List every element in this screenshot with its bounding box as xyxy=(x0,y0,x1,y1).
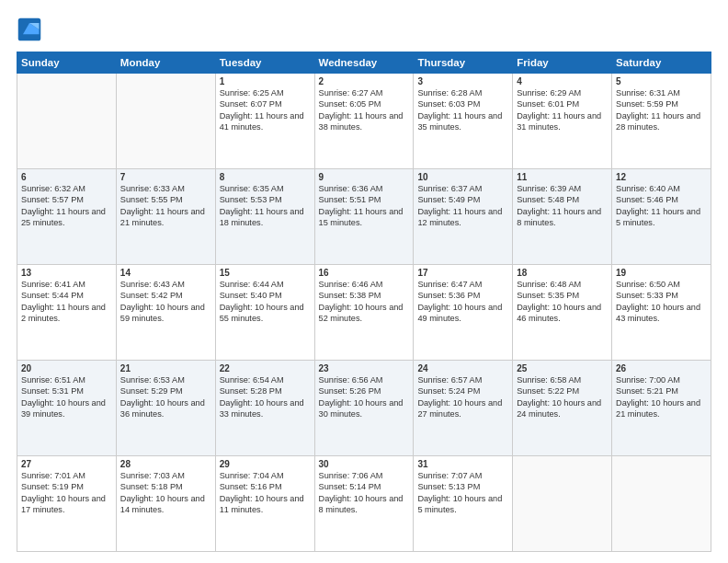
day-number: 2 xyxy=(319,76,410,86)
day-number: 18 xyxy=(517,268,608,278)
day-number: 14 xyxy=(120,268,211,278)
day-info: Sunrise: 6:32 AMSunset: 5:57 PMDaylight:… xyxy=(21,183,112,229)
calendar-cell: 16Sunrise: 6:46 AMSunset: 5:38 PMDayligh… xyxy=(314,265,414,361)
day-info: Sunrise: 7:03 AMSunset: 5:18 PMDaylight:… xyxy=(120,470,211,516)
day-info: Sunrise: 7:01 AMSunset: 5:19 PMDaylight:… xyxy=(21,470,112,516)
calendar-cell: 20Sunrise: 6:51 AMSunset: 5:31 PMDayligh… xyxy=(17,361,117,456)
day-info: Sunrise: 6:56 AMSunset: 5:26 PMDaylight:… xyxy=(319,374,410,420)
day-info: Sunrise: 6:53 AMSunset: 5:29 PMDaylight:… xyxy=(120,374,211,420)
day-info: Sunrise: 6:31 AMSunset: 5:59 PMDaylight:… xyxy=(616,87,707,133)
day-info: Sunrise: 6:46 AMSunset: 5:38 PMDaylight:… xyxy=(319,279,410,325)
week-row-1: 1Sunrise: 6:25 AMSunset: 6:07 PMDaylight… xyxy=(17,74,711,169)
day-number: 5 xyxy=(616,76,707,86)
day-info: Sunrise: 7:06 AMSunset: 5:14 PMDaylight:… xyxy=(319,470,410,516)
day-info: Sunrise: 7:04 AMSunset: 5:16 PMDaylight:… xyxy=(220,470,311,516)
day-number: 20 xyxy=(21,363,112,373)
calendar-cell: 30Sunrise: 7:06 AMSunset: 5:14 PMDayligh… xyxy=(314,456,414,552)
calendar-cell: 22Sunrise: 6:54 AMSunset: 5:28 PMDayligh… xyxy=(215,361,314,456)
day-number: 21 xyxy=(120,363,211,373)
calendar-cell: 5Sunrise: 6:31 AMSunset: 5:59 PMDaylight… xyxy=(612,74,711,169)
day-number: 1 xyxy=(220,76,311,86)
weekday-thursday: Thursday xyxy=(414,52,513,74)
calendar-cell: 3Sunrise: 6:28 AMSunset: 6:03 PMDaylight… xyxy=(414,74,513,169)
day-number: 15 xyxy=(220,268,311,278)
calendar-cell: 23Sunrise: 6:56 AMSunset: 5:26 PMDayligh… xyxy=(314,361,414,456)
day-info: Sunrise: 6:35 AMSunset: 5:53 PMDaylight:… xyxy=(220,183,311,229)
day-number: 19 xyxy=(616,268,707,278)
day-number: 27 xyxy=(21,459,112,469)
page: SundayMondayTuesdayWednesdayThursdayFrid… xyxy=(0,0,728,563)
day-info: Sunrise: 6:28 AMSunset: 6:03 PMDaylight:… xyxy=(417,87,508,133)
week-row-2: 6Sunrise: 6:32 AMSunset: 5:57 PMDaylight… xyxy=(17,169,711,265)
calendar-cell: 15Sunrise: 6:44 AMSunset: 5:40 PMDayligh… xyxy=(215,265,314,361)
day-info: Sunrise: 7:07 AMSunset: 5:13 PMDaylight:… xyxy=(417,470,508,516)
day-info: Sunrise: 6:41 AMSunset: 5:44 PMDaylight:… xyxy=(21,279,112,325)
day-number: 28 xyxy=(120,459,211,469)
weekday-tuesday: Tuesday xyxy=(215,52,314,74)
calendar-cell: 26Sunrise: 7:00 AMSunset: 5:21 PMDayligh… xyxy=(612,361,711,456)
day-info: Sunrise: 6:50 AMSunset: 5:33 PMDaylight:… xyxy=(616,279,707,325)
week-row-3: 13Sunrise: 6:41 AMSunset: 5:44 PMDayligh… xyxy=(17,265,711,361)
day-info: Sunrise: 6:25 AMSunset: 6:07 PMDaylight:… xyxy=(220,87,311,133)
weekday-wednesday: Wednesday xyxy=(314,52,414,74)
calendar-cell: 9Sunrise: 6:36 AMSunset: 5:51 PMDaylight… xyxy=(314,169,414,265)
day-info: Sunrise: 6:29 AMSunset: 6:01 PMDaylight:… xyxy=(517,87,608,133)
day-number: 25 xyxy=(517,363,608,373)
calendar-cell: 18Sunrise: 6:48 AMSunset: 5:35 PMDayligh… xyxy=(513,265,612,361)
logo-icon xyxy=(17,17,42,42)
day-info: Sunrise: 6:57 AMSunset: 5:24 PMDaylight:… xyxy=(417,374,508,420)
day-info: Sunrise: 6:48 AMSunset: 5:35 PMDaylight:… xyxy=(517,279,608,325)
day-number: 8 xyxy=(220,172,311,182)
calendar-table: SundayMondayTuesdayWednesdayThursdayFrid… xyxy=(17,52,711,552)
calendar-cell: 13Sunrise: 6:41 AMSunset: 5:44 PMDayligh… xyxy=(17,265,117,361)
day-number: 24 xyxy=(417,363,508,373)
weekday-friday: Friday xyxy=(513,52,612,74)
day-info: Sunrise: 6:39 AMSunset: 5:48 PMDaylight:… xyxy=(517,183,608,229)
day-info: Sunrise: 6:33 AMSunset: 5:55 PMDaylight:… xyxy=(120,183,211,229)
day-number: 31 xyxy=(417,459,508,469)
calendar-cell: 6Sunrise: 6:32 AMSunset: 5:57 PMDaylight… xyxy=(17,169,117,265)
day-info: Sunrise: 6:27 AMSunset: 6:05 PMDaylight:… xyxy=(319,87,410,133)
day-number: 13 xyxy=(21,268,112,278)
calendar-cell: 25Sunrise: 6:58 AMSunset: 5:22 PMDayligh… xyxy=(513,361,612,456)
weekday-monday: Monday xyxy=(116,52,215,74)
day-info: Sunrise: 6:43 AMSunset: 5:42 PMDaylight:… xyxy=(120,279,211,325)
calendar-cell xyxy=(612,456,711,552)
day-number: 26 xyxy=(616,363,707,373)
day-number: 7 xyxy=(120,172,211,182)
day-number: 16 xyxy=(319,268,410,278)
calendar-cell: 10Sunrise: 6:37 AMSunset: 5:49 PMDayligh… xyxy=(414,169,513,265)
logo xyxy=(17,17,46,42)
calendar-cell: 28Sunrise: 7:03 AMSunset: 5:18 PMDayligh… xyxy=(116,456,215,552)
week-row-4: 20Sunrise: 6:51 AMSunset: 5:31 PMDayligh… xyxy=(17,361,711,456)
calendar-cell: 4Sunrise: 6:29 AMSunset: 6:01 PMDaylight… xyxy=(513,74,612,169)
day-info: Sunrise: 6:47 AMSunset: 5:36 PMDaylight:… xyxy=(417,279,508,325)
weekday-sunday: Sunday xyxy=(17,52,117,74)
day-number: 4 xyxy=(517,76,608,86)
day-info: Sunrise: 6:37 AMSunset: 5:49 PMDaylight:… xyxy=(417,183,508,229)
calendar-cell xyxy=(116,74,215,169)
week-row-5: 27Sunrise: 7:01 AMSunset: 5:19 PMDayligh… xyxy=(17,456,711,552)
day-number: 30 xyxy=(319,459,410,469)
day-number: 9 xyxy=(319,172,410,182)
calendar-cell: 19Sunrise: 6:50 AMSunset: 5:33 PMDayligh… xyxy=(612,265,711,361)
day-number: 6 xyxy=(21,172,112,182)
day-info: Sunrise: 6:58 AMSunset: 5:22 PMDaylight:… xyxy=(517,374,608,420)
calendar-cell: 14Sunrise: 6:43 AMSunset: 5:42 PMDayligh… xyxy=(116,265,215,361)
day-info: Sunrise: 6:36 AMSunset: 5:51 PMDaylight:… xyxy=(319,183,410,229)
header xyxy=(17,17,711,42)
day-info: Sunrise: 6:44 AMSunset: 5:40 PMDaylight:… xyxy=(220,279,311,325)
weekday-header-row: SundayMondayTuesdayWednesdayThursdayFrid… xyxy=(17,52,711,74)
calendar-cell: 29Sunrise: 7:04 AMSunset: 5:16 PMDayligh… xyxy=(215,456,314,552)
calendar-cell: 7Sunrise: 6:33 AMSunset: 5:55 PMDaylight… xyxy=(116,169,215,265)
day-info: Sunrise: 6:51 AMSunset: 5:31 PMDaylight:… xyxy=(21,374,112,420)
calendar-cell xyxy=(17,74,117,169)
calendar-cell: 1Sunrise: 6:25 AMSunset: 6:07 PMDaylight… xyxy=(215,74,314,169)
day-number: 29 xyxy=(220,459,311,469)
day-number: 17 xyxy=(417,268,508,278)
calendar-cell: 12Sunrise: 6:40 AMSunset: 5:46 PMDayligh… xyxy=(612,169,711,265)
calendar-cell: 31Sunrise: 7:07 AMSunset: 5:13 PMDayligh… xyxy=(414,456,513,552)
day-number: 23 xyxy=(319,363,410,373)
day-info: Sunrise: 6:40 AMSunset: 5:46 PMDaylight:… xyxy=(616,183,707,229)
calendar-cell: 27Sunrise: 7:01 AMSunset: 5:19 PMDayligh… xyxy=(17,456,117,552)
